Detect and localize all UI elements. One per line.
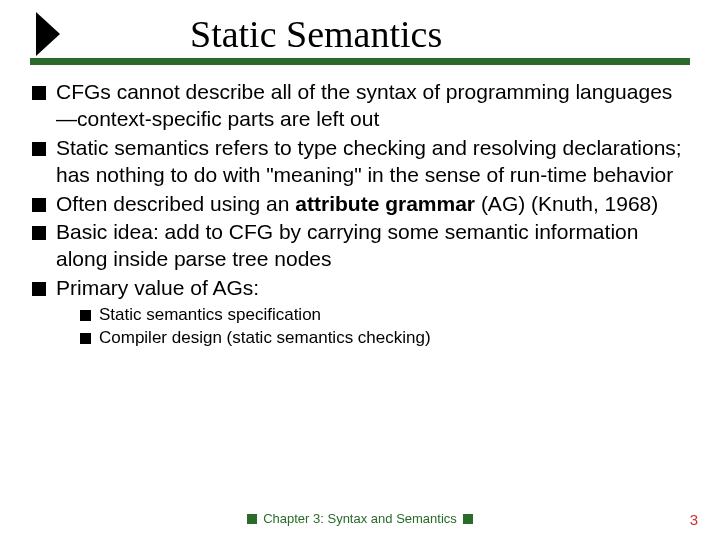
bullet-text: CFGs cannot describe all of the syntax o…: [56, 79, 688, 133]
content: CFGs cannot describe all of the syntax o…: [30, 79, 690, 349]
square-bullet-icon: [80, 333, 91, 344]
square-bullet-icon: [80, 310, 91, 321]
square-bullet-icon: [32, 142, 46, 156]
bullet-text: Primary value of AGs:: [56, 275, 259, 302]
bullet-item: Basic idea: add to CFG by carrying some …: [32, 219, 688, 273]
footer: Chapter 3: Syntax and Semantics: [0, 511, 720, 526]
square-bullet-icon: [32, 86, 46, 100]
square-bullet-icon: [463, 514, 473, 524]
sub-bullet-text: Compiler design (static semantics checki…: [99, 327, 431, 349]
arrow-icon: [36, 12, 60, 56]
sub-bullet-text: Static semantics specification: [99, 304, 321, 326]
bullet-bold: attribute grammar: [295, 192, 475, 215]
title-row: Static Semantics: [30, 12, 690, 56]
sub-list: Static semantics specification Compiler …: [80, 304, 688, 349]
square-bullet-icon: [32, 226, 46, 240]
square-bullet-icon: [247, 514, 257, 524]
footer-text: Chapter 3: Syntax and Semantics: [263, 511, 457, 526]
slide: Static Semantics CFGs cannot describe al…: [0, 0, 720, 540]
slide-title: Static Semantics: [190, 12, 442, 56]
divider: [30, 58, 690, 65]
square-bullet-icon: [32, 198, 46, 212]
bullet-item: Static semantics refers to type checking…: [32, 135, 688, 189]
bullet-item: Primary value of AGs:: [32, 275, 688, 302]
page-number: 3: [690, 511, 698, 528]
bullet-post: (AG) (Knuth, 1968): [475, 192, 658, 215]
bullet-pre: Often described using an: [56, 192, 295, 215]
bullet-text: Basic idea: add to CFG by carrying some …: [56, 219, 688, 273]
sub-bullet-item: Static semantics specification: [80, 304, 688, 326]
bullet-text: Often described using an attribute gramm…: [56, 191, 658, 218]
bullet-text: Static semantics refers to type checking…: [56, 135, 688, 189]
sub-bullet-item: Compiler design (static semantics checki…: [80, 327, 688, 349]
bullet-item: CFGs cannot describe all of the syntax o…: [32, 79, 688, 133]
square-bullet-icon: [32, 282, 46, 296]
bullet-item: Often described using an attribute gramm…: [32, 191, 688, 218]
